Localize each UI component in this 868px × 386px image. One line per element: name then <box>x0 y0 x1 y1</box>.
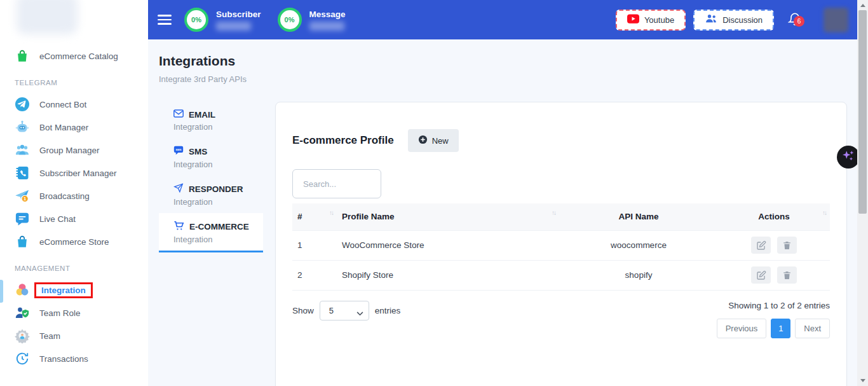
sidebar-item-live-chat[interactable]: Live Chat <box>0 207 148 230</box>
sidebar: eCommerce Catalog TELEGRAM Connect Bot B… <box>0 0 148 386</box>
sidebar-item-integration[interactable]: Integration <box>0 279 148 301</box>
show-label: Show <box>292 306 314 315</box>
scrollbar-thumb[interactable] <box>858 10 867 214</box>
youtube-icon <box>627 14 639 25</box>
assistant-button[interactable] <box>837 146 860 169</box>
edit-icon <box>756 270 766 280</box>
sidebar-item-label: eCommerce Catalog <box>39 52 118 61</box>
youtube-button-label: Youtube <box>644 15 674 25</box>
row-num: 2 <box>292 260 337 290</box>
tab-ecommerce-integration[interactable]: E-COMMERCE Integration <box>159 213 263 252</box>
column-header-actions[interactable]: Actions ↑↓ <box>718 203 830 230</box>
tab-title: E-COMMERCE <box>189 222 249 231</box>
youtube-button[interactable]: Youtube <box>616 10 686 31</box>
active-item-indicator <box>0 280 3 303</box>
sidebar-item-ecommerce-store[interactable]: eCommerce Store <box>0 230 148 253</box>
annotation-highlight: Integration <box>34 282 93 298</box>
scroll-up-arrow[interactable] <box>857 1 868 10</box>
panel-title: E-commerce Profile <box>292 134 394 147</box>
next-page-button[interactable]: Next <box>795 319 830 338</box>
edit-icon <box>756 240 766 251</box>
vertical-scrollbar[interactable] <box>857 0 868 386</box>
ecommerce-profile-card: E-commerce Profile New # ↑↓ Profile Name… <box>275 102 847 386</box>
notification-count-badge: 6 <box>794 16 804 27</box>
sparkles-icon <box>841 149 855 165</box>
transactions-history-icon <box>15 351 30 366</box>
team-gear-icon <box>15 328 30 343</box>
sort-icon[interactable]: ↑↓ <box>329 209 333 216</box>
column-header-profile-name[interactable]: Profile Name ↑↓ <box>337 203 559 230</box>
sort-icon[interactable]: ↑↓ <box>822 209 826 216</box>
tab-title: SMS <box>189 147 207 156</box>
chat-bubble-icon <box>15 211 30 226</box>
edit-button[interactable] <box>751 266 771 284</box>
tab-email-integration[interactable]: EMAIL Integration <box>159 102 263 138</box>
delete-button[interactable] <box>777 266 797 284</box>
row-api-name: woocommerce <box>559 230 718 260</box>
row-profile-name: Shopify Store <box>337 260 559 290</box>
message-progress-ring: 0% <box>278 8 302 32</box>
discussion-people-icon <box>705 13 717 26</box>
telegram-icon <box>15 97 30 112</box>
message-stat-label: Message <box>309 10 346 19</box>
broadcast-badge: 1 <box>24 196 26 202</box>
edit-button[interactable] <box>751 237 771 254</box>
sidebar-item-broadcasting[interactable]: 1 Broadcasting <box>0 184 148 207</box>
table-header-row: # ↑↓ Profile Name ↑↓ API Name Actions ↑↓ <box>292 203 830 230</box>
sidebar-item-label: Connect Bot <box>39 100 86 109</box>
search-input[interactable] <box>292 169 381 198</box>
sidebar-item-bot-manager[interactable]: Bot Manager <box>0 116 148 139</box>
sidebar-item-ecommerce-catalog[interactable]: eCommerce Catalog <box>0 45 148 67</box>
topbar: 0% Subscriber 0% Message Youtube Discuss… <box>148 0 857 39</box>
sidebar-item-label: Transactions <box>39 354 88 364</box>
shopping-bag-blue-icon <box>15 234 30 249</box>
sidebar-item-label: eCommerce Store <box>39 237 109 247</box>
sidebar-item-label: Team <box>39 331 60 341</box>
cart-icon <box>173 221 184 232</box>
trash-icon <box>782 240 792 251</box>
sidebar-item-label: Live Chat <box>39 214 76 224</box>
sms-bubble-icon: SMS <box>173 146 184 157</box>
send-plane-icon <box>173 183 184 195</box>
row-api-name: shopify <box>559 260 718 290</box>
discussion-button[interactable]: Discussion <box>693 10 774 31</box>
sidebar-item-group-manager[interactable]: Group Manager <box>0 139 148 162</box>
sidebar-item-connect-bot[interactable]: Connect Bot <box>0 93 148 116</box>
tab-subtitle: Integration <box>173 160 263 169</box>
new-button-label: New <box>432 136 449 146</box>
broadcast-plane-icon: 1 <box>15 188 30 203</box>
column-header-api-name[interactable]: API Name <box>559 203 718 230</box>
pagination: Previous 1 Next <box>717 319 830 338</box>
sidebar-item-transactions[interactable]: Transactions <box>0 347 148 370</box>
sidebar-item-label: Broadcasting <box>39 191 90 201</box>
sidebar-section-telegram: TELEGRAM <box>0 67 148 93</box>
tab-subtitle: Integration <box>173 235 263 244</box>
tab-sms-integration[interactable]: SMS SMS Integration <box>159 138 263 176</box>
tab-title: RESPONDER <box>189 184 243 194</box>
notifications-button[interactable]: 6 <box>788 11 804 28</box>
user-avatar[interactable] <box>824 8 848 32</box>
message-stat-value-redacted <box>309 22 344 31</box>
tab-subtitle: Integration <box>173 122 263 132</box>
hamburger-menu-icon[interactable] <box>158 12 172 27</box>
delete-button[interactable] <box>777 237 797 254</box>
column-header-num[interactable]: # ↑↓ <box>292 203 337 230</box>
new-profile-button[interactable]: New <box>408 129 459 152</box>
table-row: 1 WooCommerce Store woocommerce <box>292 230 830 260</box>
sidebar-item-team-role[interactable]: Team Role <box>0 301 148 324</box>
contact-book-icon <box>15 165 30 181</box>
tab-title: EMAIL <box>189 110 215 120</box>
table-row: 2 Shopify Store shopify <box>292 260 830 290</box>
sidebar-item-subscriber-manager[interactable]: Subscriber Manager <box>0 162 148 184</box>
people-group-icon <box>15 142 30 158</box>
integration-type-nav: EMAIL Integration SMS SMS Integration RE… <box>159 102 263 252</box>
sidebar-item-team[interactable]: Team <box>0 324 148 347</box>
page-number-button[interactable]: 1 <box>771 319 790 338</box>
scroll-down-arrow[interactable] <box>857 376 868 385</box>
sort-icon[interactable]: ↑↓ <box>552 209 555 216</box>
previous-page-button[interactable]: Previous <box>717 319 767 338</box>
sidebar-section-management: MANAGEMENT <box>0 253 148 279</box>
page-length-select[interactable]: 5 <box>320 301 369 321</box>
tab-responder-integration[interactable]: RESPONDER Integration <box>159 176 263 213</box>
subscriber-progress-ring: 0% <box>184 8 208 32</box>
